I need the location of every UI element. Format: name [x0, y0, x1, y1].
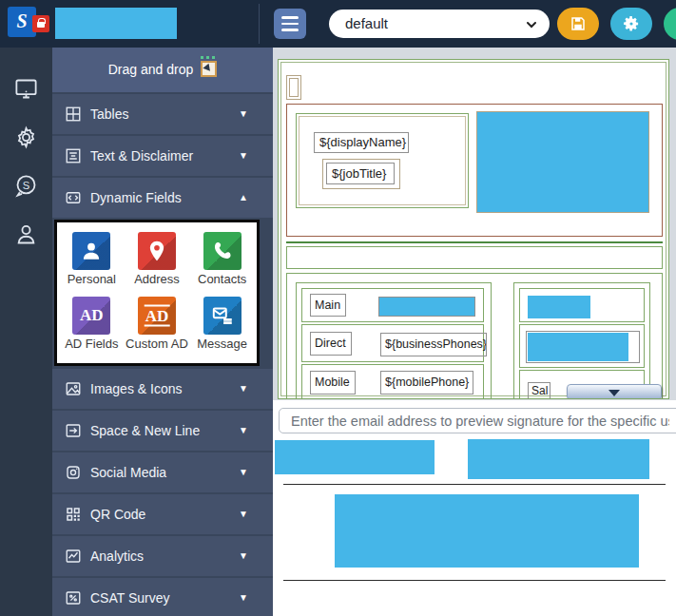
tile-message[interactable]: Message — [189, 293, 255, 357]
tile-contacts[interactable]: Contacts — [189, 228, 255, 293]
csat-survey-icon — [65, 589, 82, 606]
social-media-icon — [65, 464, 82, 481]
custom-ad-icon: AD — [138, 297, 176, 335]
main-phone-redacted — [378, 297, 475, 317]
phone-row-mobile[interactable]: Mobile ${mobilePhone} — [301, 364, 484, 399]
editor-main: ${displayName} ${jobTitle} Main Direct $… — [273, 48, 676, 616]
hamburger-icon — [281, 16, 299, 19]
lock-badge — [32, 15, 49, 32]
chevron-down-icon: ▼ — [239, 411, 248, 451]
sidebar-item-label: Space & New Line — [90, 411, 200, 451]
job-title-wrapper: ${jobTitle} — [322, 159, 400, 189]
redacted-field-box — [526, 331, 640, 363]
redacted-value — [528, 333, 628, 361]
name-cell[interactable]: ${displayName} ${jobTitle} — [296, 113, 469, 208]
tile-ad-fields[interactable]: AD AD Fields — [59, 293, 125, 357]
template-select[interactable]: default — [329, 10, 550, 38]
label-direct: Direct — [310, 332, 352, 356]
spacer-row[interactable] — [286, 246, 663, 269]
hamburger-menu-button[interactable] — [274, 9, 306, 39]
drag-and-drop-label: Drag and drop — [108, 62, 194, 77]
tile-address[interactable]: Address — [125, 228, 190, 293]
top-bar: S default — [0, 0, 676, 48]
mobile-phone-field[interactable]: ${mobilePhone} — [380, 371, 473, 395]
preview-pane: Main Direct Mobile Website This message … — [273, 400, 676, 616]
tile-label: Address — [125, 272, 190, 286]
sidebar-item-dynamic-fields[interactable]: Dynamic Fields ▲ — [52, 178, 273, 218]
email-preview-input[interactable] — [279, 408, 676, 433]
preview-logo-redacted — [468, 439, 649, 479]
gear-icon[interactable] — [13, 125, 39, 150]
share-button[interactable] — [664, 8, 676, 40]
sidebar: Drag and drop Tables ▼ Text & Disclaimer… — [52, 48, 273, 616]
scroll-down-button[interactable] — [567, 384, 662, 399]
left-rail: S — [0, 48, 52, 616]
location-pin-icon — [138, 232, 176, 270]
right-row-2[interactable] — [519, 324, 645, 368]
message-icon — [203, 297, 241, 335]
sidebar-item-csat-survey[interactable]: CSAT Survey ▼ — [52, 578, 273, 616]
analytics-icon — [65, 548, 82, 565]
dynamic-fields-panel: Personal Address Contacts AD AD Fields A… — [54, 220, 260, 366]
sidebar-item-qr-code[interactable]: QR Code ▼ — [52, 494, 273, 534]
sidebar-item-tables[interactable]: Tables ▼ — [52, 94, 273, 134]
display-name-field[interactable]: ${displayName} — [314, 132, 409, 153]
right-table: Sal — [513, 282, 650, 399]
tile-personal[interactable]: Personal — [59, 228, 125, 293]
app-logo: S — [8, 7, 51, 41]
phone-row-main[interactable]: Main — [301, 288, 484, 322]
svg-text:S: S — [23, 180, 30, 191]
sidebar-item-analytics[interactable]: Analytics ▼ — [52, 536, 273, 576]
business-phones-field[interactable]: ${businessPhones} — [380, 333, 487, 356]
phone-table: Main Direct ${businessPhones} Mobile ${m… — [296, 282, 492, 399]
sidebar-item-label: Images & Icons — [90, 369, 183, 409]
settings-button[interactable] — [610, 8, 652, 40]
tile-label: Custom AD — [125, 337, 190, 351]
preview-contacts-redacted — [335, 494, 639, 568]
tables-icon — [65, 106, 82, 123]
person-tile-icon — [72, 232, 110, 270]
save-icon — [570, 15, 587, 32]
photo-placeholder[interactable] — [476, 111, 649, 213]
partial-cell: Sal — [528, 382, 550, 399]
sidebar-item-label: Text & Disclaimer — [90, 136, 193, 176]
chevron-down-icon: ▼ — [239, 452, 248, 492]
tile-label: AD Fields — [59, 337, 125, 351]
sidebar-item-text-disclaimer[interactable]: Text & Disclaimer ▼ — [52, 136, 273, 176]
chevron-up-icon: ▲ — [239, 178, 248, 218]
chevron-down-icon: ▼ — [239, 578, 248, 616]
sidebar-item-social-media[interactable]: Social Media ▼ — [52, 452, 273, 492]
sidebar-item-images-icons[interactable]: Images & Icons ▼ — [52, 369, 273, 409]
sidebar-item-label: Tables — [90, 94, 128, 134]
phone-row-direct[interactable]: Direct ${businessPhones} — [301, 324, 484, 362]
preview-divider — [283, 484, 666, 485]
sidebar-item-label: Social Media — [90, 452, 166, 492]
contact-section[interactable]: Main Direct ${businessPhones} Mobile ${m… — [286, 273, 663, 399]
sidebar-item-label: Dynamic Fields — [90, 178, 182, 218]
images-icon — [65, 380, 82, 397]
label-main: Main — [310, 294, 346, 317]
preview-divider — [283, 580, 666, 581]
redacted-account-name — [55, 8, 177, 39]
chevron-down-icon: ▼ — [239, 536, 248, 576]
header-row[interactable]: ${displayName} ${jobTitle} — [286, 104, 663, 237]
drag-drop-icon — [201, 61, 217, 77]
right-row-1[interactable] — [519, 288, 645, 322]
tile-custom-ad[interactable]: AD Custom AD — [125, 293, 190, 357]
lock-icon — [37, 22, 45, 28]
save-button[interactable] — [557, 8, 599, 40]
person-icon[interactable] — [13, 221, 39, 247]
label-mobile: Mobile — [310, 371, 356, 395]
message-dollar-icon[interactable]: S — [13, 173, 39, 199]
dynamic-fields-icon — [65, 189, 82, 206]
job-title-field[interactable]: ${jobTitle} — [326, 163, 395, 184]
space-newline-icon — [65, 422, 82, 439]
text-disclaimer-icon — [65, 147, 82, 164]
sidebar-item-label: QR Code — [90, 494, 145, 534]
sidebar-item-label: Analytics — [90, 536, 144, 576]
sidebar-item-space-newline[interactable]: Space & New Line ▼ — [52, 411, 273, 451]
signature-canvas[interactable]: ${displayName} ${jobTitle} Main Direct $… — [278, 59, 669, 399]
tile-label: Personal — [59, 272, 125, 286]
monitor-icon[interactable] — [13, 76, 39, 102]
empty-cell[interactable] — [286, 75, 301, 100]
